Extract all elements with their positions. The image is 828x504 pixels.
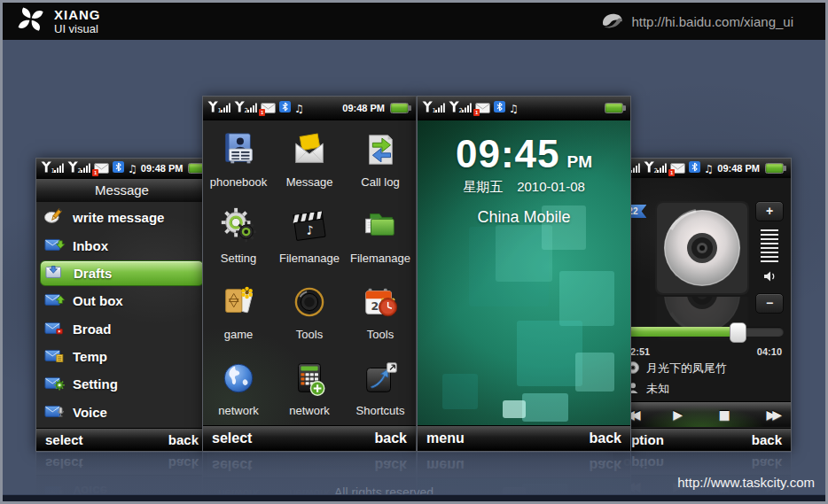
bluetooth-icon	[113, 160, 124, 176]
app-phonebook-0[interactable]: phonebook	[203, 120, 274, 197]
signal-sim2-icon: 2	[234, 100, 257, 116]
fast-forward-button[interactable]: ▶▶	[766, 407, 778, 423]
menu-item-label: Inbox	[73, 238, 108, 253]
app-label: network	[289, 404, 330, 417]
play-button[interactable]: ▶	[673, 407, 683, 423]
bottom-edge	[3, 494, 825, 501]
phone-home-screen: 1 2 1 ♫ 09:45PM	[417, 96, 631, 452]
phone-music-player: 1 2 1 ♫ 09:48 PM 2/22 + −	[612, 158, 792, 452]
globe-icon	[218, 358, 259, 402]
softkey-select[interactable]: select	[45, 432, 83, 447]
transport-controls: ◀◀ ▶ ■ ▶▶	[613, 401, 791, 427]
status-time: 09:48 PM	[141, 163, 184, 174]
app-network-10[interactable]: network	[274, 349, 345, 425]
message-menu-panel: write messageInboxDraftsOut boxBroadTemp…	[36, 202, 207, 428]
app-label: Filemanage	[350, 252, 410, 265]
app-label: Filemanage	[279, 252, 340, 265]
new-message-icon: 1	[261, 103, 276, 113]
volume-down-button[interactable]: −	[755, 293, 784, 314]
softkey-menu[interactable]: menu	[426, 430, 465, 446]
app-setting-3[interactable]: Setting	[203, 197, 274, 273]
app-shortcuts-11[interactable]: Shortcuts	[345, 349, 416, 425]
total-duration: 04:10	[757, 346, 782, 357]
album-art	[655, 201, 749, 295]
menu-item-broad[interactable]: Broad	[40, 316, 204, 342]
signal-sim2-icon: 2	[644, 160, 667, 176]
app-label: Tools	[367, 328, 394, 341]
screen-title: Message	[36, 179, 207, 203]
voice-icon	[44, 402, 66, 423]
phone-main-menu: 1 2 1 ♫ 09:48 PM phonebookMessageCall lo…	[202, 96, 417, 452]
stop-button[interactable]: ■	[719, 407, 730, 423]
folder-icon	[360, 205, 401, 250]
app-tools-7[interactable]: Tools	[274, 273, 345, 349]
artist-name: 未知	[646, 381, 669, 397]
home-clock: 09:45PM 星期五 2010-01-08 China Mobile	[418, 135, 630, 227]
drafts-icon	[45, 263, 66, 283]
app-call-log-2[interactable]: Call log	[345, 120, 416, 197]
status-bar: 1 2 1 ♫ 09:48 PM	[613, 159, 791, 179]
status-time: 09:48 PM	[717, 163, 760, 174]
menu-item-out-box[interactable]: Out box	[40, 288, 204, 314]
temp-icon	[44, 346, 66, 367]
clock-time: 09:45	[456, 132, 560, 175]
home-wallpaper: 09:45PM 星期五 2010-01-08 China Mobile	[418, 120, 630, 425]
progress-fill	[620, 327, 738, 337]
menu-item-label: write message	[73, 210, 164, 225]
app-message-1[interactable]: Message	[274, 120, 345, 197]
softkey-back[interactable]: back	[375, 430, 407, 446]
game-icon	[218, 282, 259, 326]
signal-sim1-icon: 1	[41, 160, 64, 176]
app-grid: phonebookMessageCall logSetting♪Filemana…	[203, 120, 416, 425]
menu-item-setting[interactable]: Setting	[40, 371, 204, 397]
menu-item-write-message[interactable]: write message	[40, 205, 204, 230]
softkey-back[interactable]: back	[168, 432, 199, 447]
softkey-bar: select back	[203, 425, 416, 451]
signal-sim2-icon: 2	[449, 100, 472, 116]
signal-sim2-icon: 2	[67, 160, 90, 176]
message-icon	[289, 129, 330, 174]
volume-up-button[interactable]: +	[755, 201, 784, 221]
softkey-back[interactable]: back	[590, 430, 621, 446]
inbox-icon	[44, 236, 66, 256]
softkey-select[interactable]: select	[212, 430, 252, 446]
app-filemanage-4[interactable]: ♪Filemanage	[274, 197, 345, 273]
app-network-9[interactable]: network	[203, 349, 274, 425]
brand-title: XIANG	[54, 7, 101, 22]
music-note-icon: ♫	[509, 100, 519, 116]
clock-period: PM	[567, 152, 593, 171]
app-game-6[interactable]: game	[203, 273, 274, 349]
app-filemanage-5[interactable]: Filemanage	[345, 197, 416, 273]
music-note-icon: ♫	[704, 160, 714, 176]
swirl-icon	[599, 8, 624, 35]
music-note-icon: ♫	[294, 100, 304, 116]
broad-icon	[44, 319, 66, 339]
bluetooth-icon	[689, 160, 700, 176]
bluetooth-icon	[494, 100, 505, 116]
softkey-back[interactable]: back	[752, 432, 782, 447]
progress-knob[interactable]	[730, 322, 746, 343]
menu-item-voice[interactable]: Voice	[40, 399, 204, 425]
app-label: game	[224, 328, 254, 341]
app-tools-8[interactable]: 2Tools	[345, 273, 416, 349]
menu-item-drafts[interactable]: Drafts	[40, 260, 204, 286]
menu-item-label: Setting	[73, 376, 118, 392]
new-message-icon: 1	[475, 103, 490, 113]
clockcal-icon: 2	[360, 282, 401, 326]
gears-icon	[218, 205, 259, 250]
lens-icon	[289, 282, 330, 326]
music-note-icon: ♫	[128, 160, 137, 176]
progress-bar[interactable]	[620, 327, 784, 337]
battery-icon	[605, 103, 626, 113]
clock-date: 2010-01-08	[517, 179, 585, 196]
menu-item-label: Broad	[73, 322, 111, 337]
menu-item-temp[interactable]: Temp	[40, 344, 204, 369]
signal-sim1-icon: 1	[207, 100, 230, 116]
menu-item-inbox[interactable]: Inbox	[40, 233, 204, 259]
svg-text:2: 2	[371, 299, 379, 312]
outbox-icon	[44, 291, 66, 311]
app-label: Setting	[221, 252, 256, 265]
ui-showcase-canvas: XIANG UI visual http://hi.baidu.com/xian…	[0, 0, 828, 504]
clapper-icon: ♪	[289, 205, 330, 250]
xiang-logo-icon	[17, 5, 45, 37]
